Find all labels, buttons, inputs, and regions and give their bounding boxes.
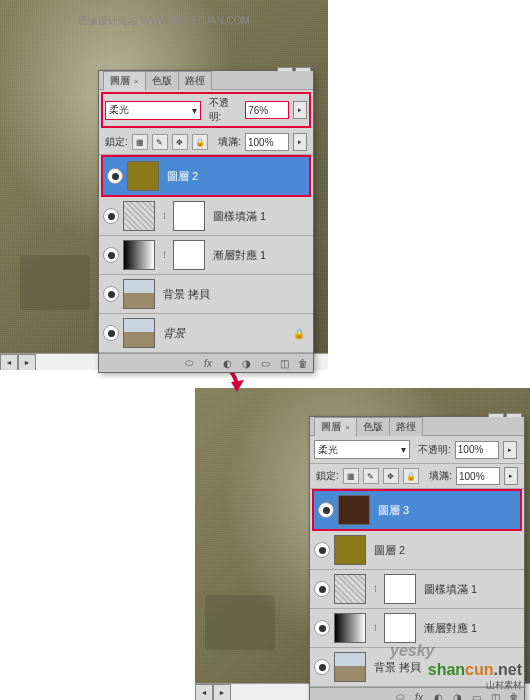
visibility-toggle[interactable]: [107, 168, 123, 184]
layer-row[interactable]: 圖層 2: [101, 155, 311, 197]
tab-channels[interactable]: 色版: [145, 71, 179, 90]
lock-fill-row: 鎖定: ▦ ✎ ✥ 🔒 填滿: 100% ▸: [99, 130, 313, 155]
visibility-toggle[interactable]: [103, 286, 119, 302]
layer-thumbnail: [334, 613, 366, 643]
fill-label: 填滿:: [218, 135, 241, 149]
scroll-right-icon[interactable]: ►: [213, 684, 231, 700]
blend-opacity-row: 柔光▾ 不透明: 100% ▸: [310, 436, 524, 464]
blend-opacity-row: 柔光▾ 不透明: 76% ▸: [101, 92, 311, 128]
layer-thumbnail: [334, 535, 366, 565]
opacity-input[interactable]: 76%: [245, 101, 289, 119]
link-icon: ⁞: [370, 623, 380, 633]
lock-label: 鎖定:: [105, 135, 128, 149]
blend-mode-select[interactable]: 柔光▾: [105, 101, 201, 120]
layer-row[interactable]: ⁞ 圖樣填滿 1: [310, 570, 524, 609]
scroll-right-icon[interactable]: ►: [18, 354, 36, 370]
watermark-top: 思缘设计论坛 WWW.MISSYUAN.COM: [78, 14, 250, 28]
lock-position-icon[interactable]: ✥: [172, 134, 188, 150]
lock-transparent-icon[interactable]: ▦: [343, 468, 359, 484]
fill-input[interactable]: 100%: [245, 133, 289, 151]
layer-name: 背景: [159, 326, 289, 341]
panel-tabs: 圖層× 色版 路徑: [310, 417, 524, 436]
layers-panel-top: – × 圖層× 色版 路徑 柔光▾ 不透明: 76% ▸ 鎖定: ▦ ✎ ✥ 🔒…: [98, 70, 314, 373]
tab-layers[interactable]: 圖層×: [314, 417, 357, 437]
layers-list: 圖層 2 ⁞ 圖樣填滿 1 ⁞ 漸層對應 1 背景 拷貝 背景 🔒: [99, 155, 313, 353]
fx-icon[interactable]: fx: [412, 690, 426, 700]
layer-thumbnail: [338, 495, 370, 525]
link-layers-icon[interactable]: ⬭: [182, 356, 196, 370]
lock-fill-row: 鎖定: ▦ ✎ ✥ 🔒 填滿: 100% ▸: [310, 464, 524, 489]
layer-name: 圖層 2: [370, 543, 520, 558]
visibility-toggle[interactable]: [314, 659, 330, 675]
fx-icon[interactable]: fx: [201, 356, 215, 370]
group-icon[interactable]: ▭: [258, 356, 272, 370]
layer-name: 圖層 2: [163, 169, 305, 184]
panel-tabs: 圖層× 色版 路徑: [99, 71, 313, 90]
trash-icon[interactable]: 🗑: [296, 356, 310, 370]
layer-name: 漸層對應 1: [209, 248, 309, 263]
panel-bottom-bar: ⬭ fx ◐ ◑ ▭ ◫ 🗑: [99, 353, 313, 372]
visibility-toggle[interactable]: [103, 247, 119, 263]
layer-thumbnail: [334, 574, 366, 604]
new-layer-icon[interactable]: ◫: [277, 356, 291, 370]
layer-row[interactable]: ⁞ 圖樣填滿 1: [99, 197, 313, 236]
lock-all-icon[interactable]: 🔒: [192, 134, 208, 150]
layer-row[interactable]: 圖層 3: [312, 489, 522, 531]
link-icon: ⁞: [159, 211, 169, 221]
tab-layers[interactable]: 圖層×: [103, 71, 146, 91]
watermark-yesky: yesky: [390, 642, 435, 660]
layer-mask: [173, 201, 205, 231]
fill-input[interactable]: 100%: [456, 467, 500, 485]
lock-pixels-icon[interactable]: ✎: [363, 468, 379, 484]
lock-transparent-icon[interactable]: ▦: [132, 134, 148, 150]
scroll-left-icon[interactable]: ◄: [195, 684, 213, 700]
tab-paths[interactable]: 路徑: [178, 71, 212, 90]
lock-indicator-icon: 🔒: [293, 328, 305, 339]
fill-label: 填滿:: [429, 469, 452, 483]
opacity-label: 不透明:: [209, 96, 242, 124]
layer-row[interactable]: 背景 🔒: [99, 314, 313, 353]
layer-mask: [384, 613, 416, 643]
chevron-down-icon: ▾: [192, 105, 197, 116]
layer-name: 背景 拷貝: [159, 287, 309, 302]
opacity-flyout-icon[interactable]: ▸: [503, 441, 517, 459]
layer-name: 圖樣填滿 1: [420, 582, 520, 597]
layer-thumbnail: [123, 318, 155, 348]
lock-position-icon[interactable]: ✥: [383, 468, 399, 484]
tab-paths[interactable]: 路徑: [389, 417, 423, 436]
layer-row[interactable]: 圖層 2: [310, 531, 524, 570]
layer-name: 圖樣填滿 1: [209, 209, 309, 224]
watermark-shancun: shancun.net 山村素材: [428, 661, 522, 692]
lock-label: 鎖定:: [316, 469, 339, 483]
layer-thumbnail: [123, 279, 155, 309]
lock-pixels-icon[interactable]: ✎: [152, 134, 168, 150]
fill-flyout-icon[interactable]: ▸: [504, 467, 518, 485]
link-layers-icon[interactable]: ⬭: [393, 690, 407, 700]
link-icon: ⁞: [370, 584, 380, 594]
link-icon: ⁞: [159, 250, 169, 260]
chevron-down-icon: ▾: [401, 444, 406, 455]
visibility-toggle[interactable]: [103, 208, 119, 224]
visibility-toggle[interactable]: [314, 581, 330, 597]
mask-icon[interactable]: ◐: [220, 356, 234, 370]
opacity-input[interactable]: 100%: [455, 441, 499, 459]
visibility-toggle[interactable]: [318, 502, 334, 518]
layer-row[interactable]: 背景 拷貝: [99, 275, 313, 314]
opacity-flyout-icon[interactable]: ▸: [293, 101, 307, 119]
layer-thumbnail: [127, 161, 159, 191]
lock-all-icon[interactable]: 🔒: [403, 468, 419, 484]
layer-thumbnail: [123, 201, 155, 231]
visibility-toggle[interactable]: [314, 542, 330, 558]
layer-thumbnail: [334, 652, 366, 682]
blend-mode-select[interactable]: 柔光▾: [314, 440, 410, 459]
layer-thumbnail: [123, 240, 155, 270]
tab-channels[interactable]: 色版: [356, 417, 390, 436]
visibility-toggle[interactable]: [314, 620, 330, 636]
fill-flyout-icon[interactable]: ▸: [293, 133, 307, 151]
layer-row[interactable]: ⁞ 漸層對應 1: [99, 236, 313, 275]
scroll-left-icon[interactable]: ◄: [0, 354, 18, 370]
adjustment-icon[interactable]: ◑: [239, 356, 253, 370]
layer-name: 漸層對應 1: [420, 621, 520, 636]
visibility-toggle[interactable]: [103, 325, 119, 341]
layer-name: 圖層 3: [374, 503, 516, 518]
